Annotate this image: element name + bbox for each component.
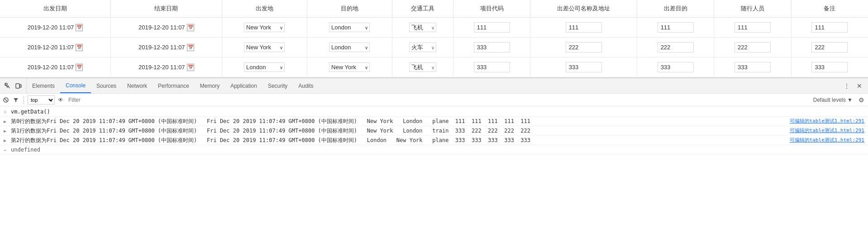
default-levels-button[interactable]: Default levels ▼	[811, 97, 854, 103]
row-1-company-addr-cell	[530, 38, 637, 57]
close-devtools-button[interactable]: ✕	[854, 81, 864, 91]
row-0-purpose-input-wrap	[641, 22, 710, 33]
row-0-start-date-text: 2019-12-20 11:07	[28, 24, 74, 31]
svg-rect-2	[20, 85, 21, 87]
tab-audits[interactable]: Audits	[293, 78, 319, 93]
row-2-from-cell: New YorkLondonBeijingTokyo ∨	[222, 57, 307, 77]
console-expand-2[interactable]: ▶	[4, 128, 9, 134]
console-link-2[interactable]: 可编辑的table测试1.html:291	[790, 127, 868, 135]
row-1-end-date-text: 2019-12-20 11:07	[138, 44, 185, 51]
row-2-to-select-wrapper: LondonNew YorkParisBerlin ∨	[329, 62, 370, 72]
console-link-1[interactable]: 可编辑的table测试1.html:291	[790, 118, 868, 125]
row-2-start-date-picker[interactable]: 📅	[76, 64, 83, 71]
eye-icon[interactable]: 👁	[57, 96, 65, 104]
row-2-purpose-input[interactable]	[658, 62, 694, 72]
row-0-from-select-wrapper: New YorkLondonBeijingTokyo ∨	[244, 23, 285, 32]
row-1-companions-input[interactable]	[734, 42, 771, 52]
row-0-companions-input[interactable]	[734, 22, 771, 33]
devtools-panel: ElementsConsoleSourcesNetworkPerformance…	[0, 78, 868, 156]
row-0-project-code-input-wrap	[457, 22, 526, 33]
console-arrow-0: ›	[4, 109, 9, 115]
row-2-notes-input-wrap	[795, 62, 864, 72]
tab-application[interactable]: Application	[225, 78, 262, 93]
row-2-companions-cell	[714, 57, 791, 77]
row-2-notes-cell	[791, 57, 868, 77]
row-1-purpose-input[interactable]	[658, 42, 694, 52]
tab-security[interactable]: Security	[262, 78, 293, 93]
row-0-end-date-picker[interactable]: 📅	[187, 24, 194, 31]
row-0-project-code-input[interactable]	[474, 22, 510, 33]
col-header-from: 出发地	[222, 0, 307, 18]
filter-input[interactable]	[67, 96, 810, 104]
console-result-text-4: undefined	[11, 146, 40, 154]
console-line-2: ▶ 第1行的数据为Fri Dec 20 2019 11:07:49 GMT+08…	[0, 126, 868, 136]
row-0-start-date-picker[interactable]: 📅	[76, 24, 83, 31]
row-1-start-date-picker[interactable]: 📅	[76, 44, 83, 51]
row-1-transport-select[interactable]: 飞机火车汽车船	[409, 43, 436, 52]
row-0-notes-cell	[791, 18, 868, 38]
tab-console[interactable]: Console	[60, 78, 91, 93]
row-2-transport-select[interactable]: 飞机火车汽车船	[409, 62, 436, 72]
svg-line-4	[5, 99, 7, 101]
console-expand-1[interactable]: ▶	[4, 118, 9, 125]
row-1-to-select[interactable]: LondonNew YorkParisBerlin	[329, 43, 370, 52]
console-data-line-3: 第2行的数据为Fri Dec 20 2019 11:07:49 GMT+0800…	[11, 136, 530, 144]
row-1-company-addr-input-wrap	[534, 42, 633, 52]
row-0-company-addr-input[interactable]	[566, 22, 602, 33]
inspect-element-button[interactable]	[3, 81, 13, 91]
row-0-purpose-input[interactable]	[658, 22, 694, 33]
console-data-line-1: 第0行的数据为Fri Dec 20 2019 11:07:49 GMT+0800…	[11, 117, 530, 125]
console-line-1: ▶ 第0行的数据为Fri Dec 20 2019 11:07:49 GMT+08…	[0, 117, 868, 126]
row-2-end-date-picker[interactable]: 📅	[187, 64, 194, 71]
table-row: 2019-12-20 11:07 📅 2019-12-20 11:07 📅 Ne…	[0, 57, 868, 77]
col-header-end-date: 结束日期	[111, 0, 222, 18]
row-1-notes-input[interactable]	[811, 42, 848, 52]
row-1-start-date-cell: 2019-12-20 11:07 📅	[0, 38, 111, 57]
clear-console-button[interactable]	[2, 96, 10, 104]
row-0-project-code-cell	[453, 18, 530, 38]
tab-performance[interactable]: Performance	[153, 78, 195, 93]
context-select-wrapper: top	[28, 95, 55, 104]
context-select[interactable]: top	[28, 95, 55, 104]
row-2-project-code-input[interactable]	[474, 62, 510, 72]
row-1-from-cell: New YorkLondonBeijingTokyo ∨	[222, 38, 307, 57]
more-options-button[interactable]: ⋮	[842, 81, 852, 91]
devtools-right-icons: ⋮ ✕	[842, 81, 868, 91]
row-0-notes-input[interactable]	[811, 22, 848, 33]
row-0-to-select[interactable]: LondonNew YorkParisBerlin	[329, 23, 370, 32]
row-0-transport-select-wrapper: 飞机火车汽车船 ∨	[409, 23, 436, 32]
row-1-company-addr-input[interactable]	[566, 42, 602, 52]
row-2-from-select-wrapper: New YorkLondonBeijingTokyo ∨	[244, 62, 285, 72]
col-header-to: 目的地	[307, 0, 392, 18]
tab-network[interactable]: Network	[122, 78, 153, 93]
row-2-from-select[interactable]: New YorkLondonBeijingTokyo	[244, 62, 285, 72]
row-1-purpose-input-wrap	[641, 42, 710, 52]
row-2-notes-input[interactable]	[811, 62, 848, 72]
row-1-project-code-input[interactable]	[474, 42, 510, 52]
tab-elements[interactable]: Elements	[27, 78, 60, 93]
filter-button[interactable]	[12, 96, 20, 104]
row-2-company-addr-input[interactable]	[566, 62, 602, 72]
console-result-arrow-4: ←	[4, 147, 9, 153]
row-0-transport-select[interactable]: 飞机火车汽车船	[409, 23, 436, 32]
tab-memory[interactable]: Memory	[195, 78, 225, 93]
row-1-from-select[interactable]: New YorkLondonBeijingTokyo	[244, 43, 285, 52]
tab-sources[interactable]: Sources	[91, 78, 122, 93]
device-toolbar-button[interactable]	[14, 81, 24, 91]
console-link-3[interactable]: 可编辑的table测试1.html:291	[790, 137, 868, 144]
row-2-to-cell: LondonNew YorkParisBerlin ∨	[307, 57, 392, 77]
console-expand-3[interactable]: ▶	[4, 137, 9, 144]
col-header-companions: 随行人员	[714, 0, 791, 18]
row-2-to-select[interactable]: LondonNew YorkParisBerlin	[329, 62, 370, 72]
row-2-companions-input[interactable]	[734, 62, 771, 72]
console-settings-button[interactable]: ⚙	[856, 95, 866, 105]
col-header-start-date: 出发日期	[0, 0, 111, 18]
row-0-from-cell: New YorkLondonBeijingTokyo ∨	[222, 18, 307, 38]
row-2-start-date-cell: 2019-12-20 11:07 📅	[0, 57, 111, 77]
row-2-company-addr-input-wrap	[534, 62, 633, 72]
row-1-end-date-picker[interactable]: 📅	[187, 44, 194, 51]
row-1-transport-cell: 飞机火车汽车船 ∨	[392, 38, 453, 57]
col-header-transport: 交通工具	[392, 0, 453, 18]
row-2-transport-cell: 飞机火车汽车船 ∨	[392, 57, 453, 77]
row-0-from-select[interactable]: New YorkLondonBeijingTokyo	[244, 23, 285, 32]
